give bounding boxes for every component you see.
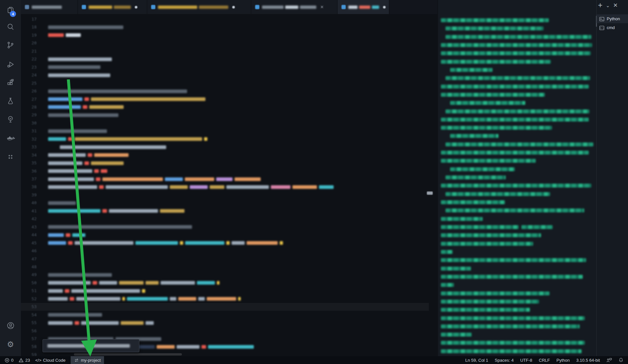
terminal-output-line: [441, 324, 580, 328]
line-number: 52: [21, 295, 37, 303]
code-editor[interactable]: 1718192021222324252627282930313233343536…: [21, 14, 437, 356]
editor-tab-4[interactable]: ✕: [251, 0, 338, 14]
hover-tooltip: [43, 339, 139, 352]
editor-tab-1[interactable]: [21, 0, 78, 14]
terminal-output-line: [441, 200, 505, 204]
explorer-icon[interactable]: 4: [0, 2, 21, 18]
terminal-output-line: [441, 217, 483, 221]
line-number: 40: [21, 199, 37, 207]
editor-tab-bar: ✕: [21, 0, 437, 14]
editor-tab-3[interactable]: [147, 0, 251, 14]
terminal-output-line: [441, 250, 453, 254]
code-line: [48, 95, 207, 103]
settings-gear-icon[interactable]: ⚙: [0, 337, 21, 352]
python-file-icon: [255, 5, 259, 9]
terminal-instance-python[interactable]: Python: [597, 14, 628, 23]
terminal-output-line: [441, 300, 539, 304]
terminal-output-line: [441, 267, 471, 271]
testing-icon[interactable]: [0, 93, 21, 109]
terminal-output-line: [445, 192, 550, 196]
status-bar: 023</>Cloud Codemy-project Ln 59, Col 1S…: [0, 356, 628, 364]
code-line: [48, 87, 189, 95]
status-project-selector-label: my-project: [81, 358, 101, 363]
code-line: [48, 111, 120, 119]
modified-dot-icon: [383, 6, 386, 8]
terminal-output-line: [441, 349, 582, 353]
panel-actions: +⌄✕: [598, 1, 618, 9]
code-line: [48, 23, 125, 31]
editor-horizontal-scrollbar[interactable]: [74, 353, 182, 356]
code-icon: </>: [35, 358, 42, 363]
line-number: 33: [21, 143, 37, 151]
terminal-instance-cmd[interactable]: C:\cmd: [597, 23, 628, 32]
activity-bar: 4 ⚙: [0, 0, 21, 356]
status-bar-right: Ln 59, Col 1Spaces: 4UTF-8CRLFPython3.10…: [465, 357, 628, 363]
line-number: 50: [21, 279, 37, 287]
extensions-icon[interactable]: [0, 75, 21, 91]
line-number: 32: [21, 135, 37, 143]
terminal-output-line: [445, 208, 584, 212]
terminal-output-line: [445, 175, 506, 179]
cloud-code-tree-icon[interactable]: [0, 111, 21, 127]
line-number: 26: [21, 87, 37, 95]
status-warnings[interactable]: 23: [19, 358, 30, 363]
status-cursor-position[interactable]: Ln 59, Col 1: [465, 358, 488, 363]
status-language-mode[interactable]: Python: [556, 358, 569, 363]
python-file-icon: [82, 5, 86, 9]
feedback-icon[interactable]: [606, 358, 612, 363]
status-indentation[interactable]: Spaces: 4: [495, 358, 514, 363]
status-eol[interactable]: CRLF: [539, 358, 550, 363]
status-python-interpreter[interactable]: 3.10.5 64-bit: [576, 358, 600, 363]
line-number: 49: [21, 271, 37, 279]
line-number: 59: [21, 351, 37, 356]
status-cloud-code[interactable]: </>Cloud Code: [35, 358, 65, 363]
code-line: [48, 311, 104, 319]
line-number: 47: [21, 255, 37, 263]
editor-tab-5[interactable]: [338, 0, 389, 14]
line-number: 31: [21, 127, 37, 135]
modified-dot-icon: [232, 6, 235, 8]
line-number: 39: [21, 191, 37, 199]
code-line: [48, 287, 147, 295]
gemini-icon[interactable]: [0, 149, 21, 165]
launch-profile-dropdown-icon[interactable]: ⌄: [606, 3, 610, 8]
editor-scrollbar-marker[interactable]: [427, 191, 433, 195]
terminal-output-line: [441, 51, 591, 55]
tab-label: [89, 6, 131, 9]
source-control-icon[interactable]: [0, 37, 21, 53]
line-number: 38: [21, 183, 37, 191]
notifications-bell-icon[interactable]: [619, 357, 623, 363]
python-file-icon: [341, 5, 346, 9]
line-number: 27: [21, 95, 37, 103]
search-icon[interactable]: [0, 19, 21, 35]
run-debug-icon[interactable]: [0, 57, 21, 72]
line-number: 54: [21, 311, 37, 319]
new-terminal-icon[interactable]: +: [598, 1, 602, 9]
editor-tab-2[interactable]: [78, 0, 147, 14]
python-file-icon: [151, 5, 155, 9]
close-panel-icon[interactable]: ✕: [613, 3, 618, 8]
line-number: 51: [21, 287, 37, 295]
docker-icon[interactable]: [0, 130, 21, 146]
line-number: 24: [21, 71, 37, 79]
status-cloud-code-label: Cloud Code: [43, 358, 66, 363]
terminal-output-line: [445, 76, 590, 80]
line-number: 36: [21, 167, 37, 175]
code-line: [48, 103, 126, 111]
terminal-output-line: [445, 109, 589, 113]
account-icon[interactable]: [0, 318, 21, 333]
error-icon: [5, 358, 9, 363]
terminal-output-line: [445, 142, 593, 146]
terminal-panel[interactable]: [438, 0, 628, 356]
close-tab-icon[interactable]: ✕: [320, 5, 324, 9]
line-number: 21: [21, 47, 37, 55]
terminal-output-line: [441, 341, 585, 345]
terminal-output-line: [450, 134, 498, 138]
status-encoding[interactable]: UTF-8: [520, 358, 532, 363]
line-number: 58: [21, 343, 37, 351]
terminal-output-line: [445, 26, 544, 30]
terminal-output-line: [441, 225, 553, 229]
status-project-selector[interactable]: my-project: [71, 356, 104, 364]
status-errors[interactable]: 0: [5, 358, 13, 363]
terminal-output-line: [441, 151, 589, 155]
